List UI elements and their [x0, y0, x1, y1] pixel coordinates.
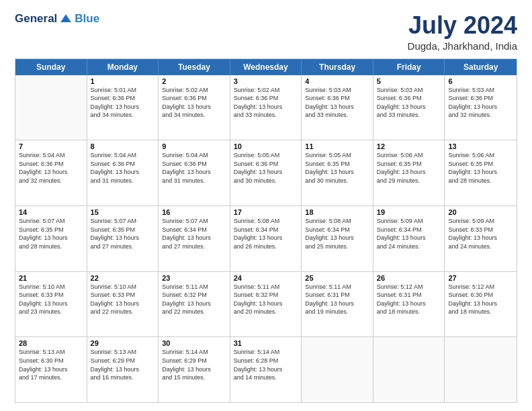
calendar-body: 1Sunrise: 5:01 AMSunset: 6:36 PMDaylight…	[15, 75, 517, 402]
calendar-row: 1Sunrise: 5:01 AMSunset: 6:36 PMDaylight…	[15, 75, 517, 140]
day-info: Sunrise: 5:10 AMSunset: 6:33 PMDaylight:…	[91, 283, 155, 316]
calendar-cell: 13Sunrise: 5:06 AMSunset: 6:35 PMDayligh…	[445, 140, 517, 205]
calendar-cell: 9Sunrise: 5:04 AMSunset: 6:36 PMDaylight…	[159, 140, 230, 205]
day-info: Sunrise: 5:08 AMSunset: 6:34 PMDaylight:…	[305, 217, 369, 250]
day-number: 12	[377, 142, 441, 150]
day-number: 25	[305, 274, 369, 282]
calendar-cell: 26Sunrise: 5:12 AMSunset: 6:31 PMDayligh…	[373, 272, 445, 337]
header-day-thursday: Thursday	[302, 59, 373, 75]
calendar-cell: 30Sunrise: 5:14 AMSunset: 6:29 PMDayligh…	[159, 337, 230, 402]
day-number: 11	[305, 142, 369, 150]
month-title: July 2024	[408, 12, 517, 39]
logo: General Blue	[15, 12, 99, 26]
day-number: 5	[377, 77, 441, 85]
calendar-cell: 3Sunrise: 5:02 AMSunset: 6:36 PMDaylight…	[230, 75, 302, 140]
calendar-cell: 29Sunrise: 5:13 AMSunset: 6:29 PMDayligh…	[87, 337, 159, 402]
header-day-friday: Friday	[373, 59, 445, 75]
day-number: 23	[162, 274, 226, 282]
page: General Blue July 2024 Dugda, Jharkhand,…	[0, 0, 532, 411]
day-info: Sunrise: 5:07 AMSunset: 6:35 PMDaylight:…	[91, 217, 155, 250]
calendar-cell	[445, 337, 517, 402]
calendar: SundayMondayTuesdayWednesdayThursdayFrid…	[15, 58, 517, 403]
calendar-cell	[15, 75, 87, 140]
day-number: 15	[91, 208, 155, 216]
calendar-row: 14Sunrise: 5:07 AMSunset: 6:35 PMDayligh…	[15, 205, 517, 271]
day-number: 6	[448, 77, 513, 85]
calendar-cell: 17Sunrise: 5:08 AMSunset: 6:34 PMDayligh…	[230, 206, 302, 271]
day-info: Sunrise: 5:03 AMSunset: 6:36 PMDaylight:…	[377, 86, 441, 120]
day-number: 14	[19, 208, 83, 216]
day-info: Sunrise: 5:03 AMSunset: 6:36 PMDaylight:…	[448, 86, 513, 120]
day-info: Sunrise: 5:04 AMSunset: 6:36 PMDaylight:…	[91, 151, 155, 185]
header-day-sunday: Sunday	[15, 59, 87, 75]
day-info: Sunrise: 5:13 AMSunset: 6:30 PMDaylight:…	[19, 348, 83, 381]
header-day-saturday: Saturday	[445, 59, 517, 75]
header-day-wednesday: Wednesday	[230, 59, 302, 75]
day-number: 7	[19, 142, 83, 150]
day-number: 9	[162, 142, 226, 150]
day-info: Sunrise: 5:06 AMSunset: 6:35 PMDaylight:…	[448, 151, 513, 185]
day-info: Sunrise: 5:11 AMSunset: 6:32 PMDaylight:…	[162, 283, 226, 316]
day-number: 21	[19, 274, 83, 282]
calendar-cell: 11Sunrise: 5:05 AMSunset: 6:35 PMDayligh…	[302, 140, 373, 205]
day-info: Sunrise: 5:05 AMSunset: 6:36 PMDaylight:…	[234, 151, 298, 185]
calendar-cell: 31Sunrise: 5:14 AMSunset: 6:28 PMDayligh…	[230, 337, 302, 402]
calendar-cell: 25Sunrise: 5:11 AMSunset: 6:31 PMDayligh…	[302, 272, 373, 337]
day-number: 3	[234, 77, 298, 85]
calendar-cell: 27Sunrise: 5:12 AMSunset: 6:30 PMDayligh…	[445, 272, 517, 337]
day-number: 24	[234, 274, 298, 282]
day-number: 4	[305, 77, 369, 85]
day-info: Sunrise: 5:04 AMSunset: 6:36 PMDaylight:…	[19, 151, 83, 185]
day-info: Sunrise: 5:14 AMSunset: 6:29 PMDaylight:…	[162, 348, 226, 381]
day-number: 29	[91, 339, 155, 347]
day-info: Sunrise: 5:07 AMSunset: 6:34 PMDaylight:…	[162, 217, 226, 250]
day-info: Sunrise: 5:12 AMSunset: 6:31 PMDaylight:…	[377, 283, 441, 316]
calendar-cell: 28Sunrise: 5:13 AMSunset: 6:30 PMDayligh…	[15, 337, 87, 402]
calendar-row: 7Sunrise: 5:04 AMSunset: 6:36 PMDaylight…	[15, 140, 517, 205]
calendar-cell: 19Sunrise: 5:09 AMSunset: 6:34 PMDayligh…	[373, 206, 445, 271]
day-info: Sunrise: 5:13 AMSunset: 6:29 PMDaylight:…	[91, 348, 155, 381]
day-info: Sunrise: 5:02 AMSunset: 6:36 PMDaylight:…	[234, 86, 298, 120]
calendar-cell: 10Sunrise: 5:05 AMSunset: 6:36 PMDayligh…	[230, 140, 302, 205]
day-number: 2	[162, 77, 226, 85]
calendar-cell	[302, 337, 373, 402]
day-info: Sunrise: 5:12 AMSunset: 6:30 PMDaylight:…	[448, 283, 513, 316]
calendar-cell: 15Sunrise: 5:07 AMSunset: 6:35 PMDayligh…	[87, 206, 159, 271]
day-number: 31	[234, 339, 298, 347]
calendar-cell: 8Sunrise: 5:04 AMSunset: 6:36 PMDaylight…	[87, 140, 159, 205]
calendar-cell: 21Sunrise: 5:10 AMSunset: 6:33 PMDayligh…	[15, 272, 87, 337]
day-number: 18	[305, 208, 369, 216]
day-info: Sunrise: 5:08 AMSunset: 6:34 PMDaylight:…	[234, 217, 298, 250]
day-info: Sunrise: 5:09 AMSunset: 6:33 PMDaylight:…	[448, 217, 513, 250]
day-number: 16	[162, 208, 226, 216]
day-number: 22	[91, 274, 155, 282]
day-info: Sunrise: 5:11 AMSunset: 6:32 PMDaylight:…	[234, 283, 298, 316]
calendar-cell: 16Sunrise: 5:07 AMSunset: 6:34 PMDayligh…	[159, 206, 230, 271]
calendar-row: 21Sunrise: 5:10 AMSunset: 6:33 PMDayligh…	[15, 271, 517, 337]
calendar-cell: 23Sunrise: 5:11 AMSunset: 6:32 PMDayligh…	[159, 272, 230, 337]
calendar-cell: 4Sunrise: 5:03 AMSunset: 6:36 PMDaylight…	[302, 75, 373, 140]
logo-blue: Blue	[75, 12, 99, 26]
location: Dugda, Jharkhand, India	[408, 40, 517, 52]
calendar-cell: 22Sunrise: 5:10 AMSunset: 6:33 PMDayligh…	[87, 272, 159, 337]
calendar-cell: 5Sunrise: 5:03 AMSunset: 6:36 PMDaylight…	[373, 75, 445, 140]
header-day-tuesday: Tuesday	[159, 59, 230, 75]
day-info: Sunrise: 5:05 AMSunset: 6:35 PMDaylight:…	[305, 151, 369, 185]
day-info: Sunrise: 5:14 AMSunset: 6:28 PMDaylight:…	[234, 348, 298, 381]
calendar-cell: 6Sunrise: 5:03 AMSunset: 6:36 PMDaylight…	[445, 75, 517, 140]
calendar-cell: 18Sunrise: 5:08 AMSunset: 6:34 PMDayligh…	[302, 206, 373, 271]
calendar-cell: 20Sunrise: 5:09 AMSunset: 6:33 PMDayligh…	[445, 206, 517, 271]
day-number: 8	[91, 142, 155, 150]
day-number: 17	[234, 208, 298, 216]
calendar-cell: 14Sunrise: 5:07 AMSunset: 6:35 PMDayligh…	[15, 206, 87, 271]
calendar-cell	[373, 337, 445, 402]
day-info: Sunrise: 5:04 AMSunset: 6:36 PMDaylight:…	[162, 151, 226, 185]
day-info: Sunrise: 5:06 AMSunset: 6:35 PMDaylight:…	[377, 151, 441, 185]
calendar-cell: 1Sunrise: 5:01 AMSunset: 6:36 PMDaylight…	[87, 75, 159, 140]
day-number: 20	[448, 208, 513, 216]
day-number: 19	[377, 208, 441, 216]
header: General Blue July 2024 Dugda, Jharkhand,…	[15, 12, 517, 52]
day-info: Sunrise: 5:02 AMSunset: 6:36 PMDaylight:…	[162, 86, 226, 120]
day-info: Sunrise: 5:01 AMSunset: 6:36 PMDaylight:…	[91, 86, 155, 120]
day-info: Sunrise: 5:03 AMSunset: 6:36 PMDaylight:…	[305, 86, 369, 120]
